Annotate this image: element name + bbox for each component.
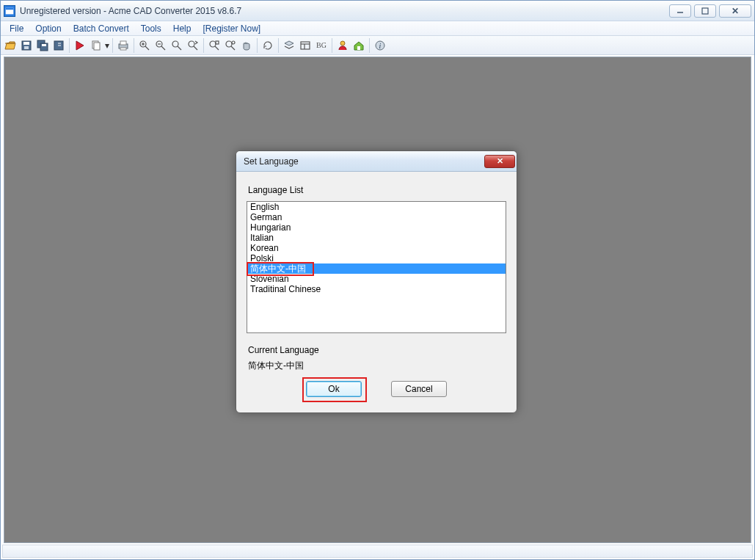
window-title: Unregistered version - Acme CAD Converte… — [20, 6, 669, 16]
save-all-icon[interactable] — [34, 37, 51, 54]
menu-file[interactable]: File — [4, 22, 29, 35]
zoom-out-icon[interactable] — [153, 37, 169, 54]
svg-rect-29 — [216, 41, 219, 44]
statusbar — [2, 545, 753, 558]
svg-rect-15 — [120, 48, 126, 50]
menu-option[interactable]: Option — [29, 22, 67, 35]
svg-line-21 — [161, 46, 165, 50]
home-icon[interactable] — [351, 37, 367, 54]
language-option[interactable]: Traditinal Chinese — [247, 284, 506, 294]
svg-point-32 — [232, 41, 235, 44]
svg-point-25 — [189, 41, 194, 47]
svg-point-23 — [172, 41, 178, 47]
svg-rect-1 — [6, 7, 14, 10]
svg-point-30 — [226, 41, 232, 47]
ok-button[interactable]: Ok — [306, 381, 362, 397]
export-pdf-icon[interactable] — [72, 37, 88, 54]
maximize-button[interactable] — [694, 4, 716, 18]
menu-batch[interactable]: Batch Convert — [68, 22, 135, 35]
current-language-label: Current Language — [248, 345, 506, 355]
svg-line-28 — [215, 46, 219, 50]
menu-tools[interactable]: Tools — [135, 22, 167, 35]
zoom-extents-icon[interactable] — [222, 37, 238, 54]
svg-rect-14 — [120, 41, 126, 45]
layout-icon[interactable] — [297, 37, 313, 54]
zoom-region-icon[interactable] — [206, 37, 222, 54]
layers-icon[interactable] — [281, 37, 297, 54]
language-option[interactable]: Slovenian — [247, 274, 506, 284]
zoom-in-icon[interactable] — [136, 37, 153, 54]
register-icon[interactable] — [335, 37, 351, 54]
language-option[interactable]: English — [247, 202, 506, 212]
svg-line-17 — [145, 46, 149, 50]
language-option[interactable]: Polski — [247, 253, 506, 263]
app-icon — [4, 5, 15, 17]
language-list-label: Language List — [248, 185, 506, 195]
dialog-title: Set Language — [244, 156, 484, 167]
svg-point-27 — [210, 41, 216, 47]
titlebar: Unregistered version - Acme CAD Converte… — [1, 1, 754, 21]
cancel-button[interactable]: Cancel — [391, 381, 447, 397]
zoom-window-icon[interactable] — [185, 37, 201, 54]
open-icon[interactable] — [2, 37, 18, 54]
svg-point-36 — [340, 41, 345, 46]
svg-line-24 — [178, 46, 181, 50]
svg-rect-3 — [702, 8, 708, 14]
refresh-icon[interactable] — [260, 37, 276, 54]
language-option[interactable]: 简体中文-中国 — [247, 263, 506, 274]
set-language-dialog: Set Language ✕ Language List EnglishGerm… — [236, 150, 517, 413]
language-option[interactable]: Italian — [247, 233, 506, 243]
language-option[interactable]: Hungarian — [247, 222, 506, 233]
svg-line-31 — [231, 46, 235, 50]
menu-help[interactable]: Help — [167, 22, 197, 35]
svg-rect-6 — [24, 46, 29, 49]
dialog-button-row: Ok Cancel — [247, 381, 506, 397]
window-buttons: ✕ — [669, 4, 751, 18]
pan-icon[interactable] — [238, 37, 255, 54]
print-icon[interactable] — [115, 37, 131, 54]
save-icon[interactable] — [18, 37, 34, 54]
copy-dropdown-icon[interactable]: ▾ — [104, 40, 110, 51]
language-option[interactable]: Korean — [247, 243, 506, 253]
toolbar: ▾ BG i — [1, 36, 754, 55]
background-button[interactable]: BG — [313, 37, 329, 54]
copy-icon[interactable] — [88, 37, 104, 54]
dialog-close-button[interactable]: ✕ — [484, 155, 515, 168]
menubar: File Option Batch Convert Tools Help [Re… — [1, 21, 754, 36]
language-option[interactable]: German — [247, 212, 506, 222]
svg-rect-9 — [42, 44, 46, 46]
svg-rect-33 — [301, 42, 310, 49]
minimize-button[interactable] — [669, 4, 691, 18]
svg-rect-37 — [357, 46, 360, 50]
svg-rect-5 — [23, 42, 29, 45]
about-icon[interactable]: i — [372, 37, 388, 54]
svg-text:i: i — [379, 42, 382, 50]
close-button[interactable]: ✕ — [719, 4, 751, 18]
menu-register[interactable]: [Register Now] — [197, 22, 266, 35]
main-window: Unregistered version - Acme CAD Converte… — [0, 0, 755, 560]
svg-line-26 — [194, 46, 197, 50]
dialog-titlebar: Set Language ✕ — [236, 151, 517, 172]
save-as-icon[interactable] — [51, 37, 67, 54]
zoom-icon[interactable] — [169, 37, 185, 54]
language-listbox[interactable]: EnglishGermanHungarianItalianKoreanPolsk… — [247, 201, 506, 333]
svg-rect-12 — [94, 43, 100, 50]
current-language-value: 简体中文-中国 — [248, 360, 506, 372]
